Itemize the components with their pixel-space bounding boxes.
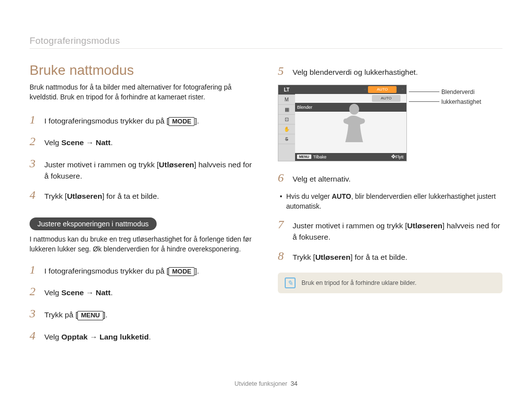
lcd-side-hand-icon: ✋ [278, 124, 295, 134]
breadcrumb: Fotograferingsmodus [30, 35, 502, 49]
step-number: 2 [30, 133, 39, 150]
step-number: 4 [30, 327, 39, 344]
step-number: 5 [278, 62, 288, 80]
intro-text: Bruk nattmodus for å ta bilder med alter… [30, 82, 254, 102]
page-footer: Utvidete funksjoner 34 [0, 380, 532, 387]
step-text: Velg Scene → Natt. [44, 137, 254, 148]
steps-continued-3: 7 Juster motivet i rammen og trykk [Utlø… [278, 216, 502, 265]
page-title: Bruke nattmodus [30, 62, 254, 78]
step-text: Velg et alternativ. [293, 174, 502, 185]
info-icon: ✎ [285, 278, 296, 288]
step-text: Juster motivet i rammen og trykk [Utløse… [44, 159, 254, 182]
step-number: 3 [30, 305, 39, 322]
callout-shutter: lukkerhastighet [409, 98, 481, 105]
dpad-icon: ✥ [374, 154, 394, 159]
tip-box: ✎ Bruk en tripod for å forhindre uklare … [278, 273, 502, 293]
step-number: 6 [278, 169, 288, 186]
steps-primary: 1 I fotograferingsmodus trykker du på [M… [30, 111, 254, 204]
steps-continued-2: 6 Velg et alternativ. [278, 169, 502, 186]
right-arrow-icon: ► [399, 87, 406, 92]
step-number: 1 [30, 261, 39, 278]
mode-button-label: MODE [168, 117, 195, 126]
lcd-side-m-icon: M [278, 95, 295, 105]
subsection-pill: Justere eksponeringen i nattmodus [30, 217, 157, 230]
step-text: Juster motivet i rammen og trykk [Utløse… [293, 220, 502, 243]
step-text: I fotograferingsmodus trykker du på [MOD… [44, 116, 254, 126]
step-text: Velg Opptak → Lang lukketid. [44, 332, 254, 342]
callout-aperture: Blenderverdi [409, 89, 474, 95]
left-arrow-icon: ◄ [361, 87, 368, 92]
lcd-back-label: Tilbake [313, 154, 327, 159]
step-text: Trykk [Utløseren] for å ta et bilde. [293, 252, 502, 263]
step-text: Trykk [Utløseren] for å ta et bilde. [44, 191, 254, 202]
lcd-side-s-icon: S̶ [278, 134, 295, 144]
lcd-side-lt-icon: LT [278, 85, 295, 95]
menu-button-label: MENU [77, 311, 103, 320]
step-text: I fotograferingsmodus trykker du på [MOD… [44, 266, 254, 277]
lcd-aperture-value: AUTO [368, 86, 397, 93]
step-bullet: Hvis du velger AUTO, blir blenderverdien… [280, 191, 502, 212]
column-left: Bruke nattmodus Bruk nattmodus for å ta … [30, 62, 254, 349]
steps-secondary: 1 I fotograferingsmodus trykker du på [M… [30, 261, 254, 344]
step-number: 3 [30, 155, 39, 172]
step-number: 4 [30, 186, 39, 204]
step-number: 7 [278, 216, 288, 233]
step-text: Trykk på [MENU]. [44, 309, 254, 320]
lcd-menu-badge: MENU [297, 154, 311, 159]
person-silhouette-icon [325, 100, 384, 149]
mode-button-label: MODE [168, 267, 195, 277]
step-number: 1 [30, 111, 39, 128]
tip-text: Bruk en tripod for å forhindre uklare bi… [301, 279, 416, 286]
step-text: Velg Scene → Natt. [44, 287, 254, 298]
subsection-text: I nattmodus kan du bruke en treg utløser… [30, 234, 254, 254]
lcd-side-focus-icon: ⊡ [278, 115, 295, 124]
lcd-illustration: LT M ▦ ⊡ ✋ S̶ ◄ AUTO ► [278, 85, 502, 161]
lcd-side-grid-icon: ▦ [278, 105, 295, 115]
step-number: 8 [278, 247, 288, 265]
step-text: Velg blenderverdi og lukkerhastighet. [293, 67, 502, 78]
steps-continued: 5 Velg blenderverdi og lukkerhastighet. [278, 62, 502, 80]
step-number: 2 [30, 283, 39, 300]
lcd-move-label: Flytt [396, 154, 403, 159]
column-right: 5 Velg blenderverdi og lukkerhastighet. … [278, 62, 502, 349]
